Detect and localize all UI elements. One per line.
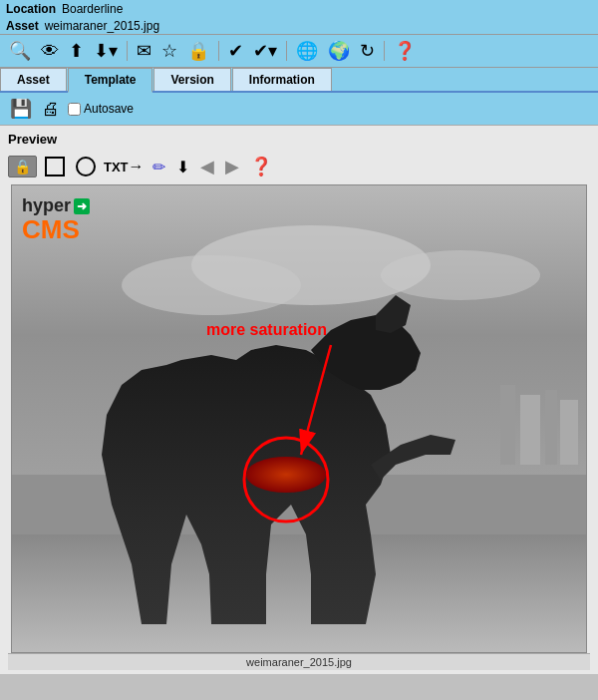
preview-toolbar: 🔒 TXT → ✏ ⬇ ◀ ▶ ❓ <box>8 151 590 184</box>
asset-label: Asset <box>6 19 39 33</box>
svg-point-10 <box>246 457 326 493</box>
nav-right-button[interactable]: ▶ <box>222 154 242 179</box>
dog-image-svg: more saturation <box>12 185 587 653</box>
location-row: Location Boarderline <box>0 0 598 18</box>
upload-icon[interactable]: ⬆ <box>66 38 87 64</box>
asset-value: weimaraner_2015.jpg <box>45 19 159 33</box>
svg-point-2 <box>122 255 301 315</box>
tabs-row: Asset Template Version Information <box>0 68 598 93</box>
svg-rect-9 <box>560 400 578 465</box>
globe-icon[interactable]: 🌐 <box>293 38 321 64</box>
square-shape-button[interactable] <box>42 155 68 178</box>
hyper-logo: hyper ➜ CMS <box>22 195 90 242</box>
zoom-icon[interactable]: 🔍 <box>6 38 34 64</box>
lock-shape-button[interactable]: 🔒 <box>8 156 37 177</box>
checkmark-down-icon[interactable]: ✔▾ <box>250 38 280 64</box>
txt-text: TXT <box>104 160 129 175</box>
tab-asset[interactable]: Asset <box>0 68 67 91</box>
svg-rect-6 <box>500 385 515 465</box>
email-icon[interactable]: ✉ <box>134 38 154 64</box>
tab-version[interactable]: Version <box>153 68 230 91</box>
autosave-label[interactable]: Autosave <box>68 102 134 116</box>
circle-shape-button[interactable] <box>73 155 99 178</box>
txt-arrow-icon: → <box>129 158 145 175</box>
image-caption: weimaraner_2015.jpg <box>8 653 590 670</box>
hyper-arrow-icon: ➜ <box>74 198 90 214</box>
autosave-text: Autosave <box>84 102 134 116</box>
help-toolbar-icon[interactable]: ❓ <box>391 38 419 64</box>
separator4 <box>384 41 385 61</box>
hyper-word: hyper <box>22 195 71 216</box>
circle-icon <box>76 157 96 176</box>
star-icon[interactable]: ☆ <box>158 38 180 64</box>
square-icon <box>45 157 65 176</box>
separator3 <box>286 41 287 61</box>
preview-help-button[interactable]: ❓ <box>247 154 275 179</box>
svg-point-3 <box>381 250 540 300</box>
save-button[interactable]: 💾 <box>8 97 34 121</box>
lock-icon[interactable]: 🔒 <box>184 38 212 64</box>
globe2-icon[interactable]: 🌍 <box>325 38 353 64</box>
location-value: Boarderline <box>62 2 123 16</box>
nav-left-button[interactable]: ◀ <box>197 154 217 179</box>
svg-rect-8 <box>545 390 557 465</box>
txt-label[interactable]: TXT → <box>104 158 145 175</box>
checkmark-icon[interactable]: ✔ <box>225 38 246 64</box>
annotation-text: more saturation <box>206 321 327 338</box>
separator1 <box>127 41 128 61</box>
asset-row: Asset weimaraner_2015.jpg <box>0 18 598 34</box>
top-bar: Location Boarderline Asset weimaraner_20… <box>0 0 598 35</box>
pencil-button[interactable]: ✏ <box>150 156 168 178</box>
save-bar: 💾 🖨 Autosave <box>0 93 598 126</box>
location-label: Location <box>6 2 56 16</box>
cms-text: CMS <box>22 216 90 242</box>
image-container: more saturation hyper ➜ CMS <box>11 184 587 653</box>
download-dropdown-icon[interactable]: ⬇▾ <box>91 38 121 64</box>
svg-rect-7 <box>520 395 540 465</box>
refresh-icon[interactable]: ↻ <box>357 38 378 64</box>
tab-template[interactable]: Template <box>68 68 153 93</box>
main-toolbar: 🔍 👁 ⬆ ⬇▾ ✉ ☆ 🔒 ✔ ✔▾ 🌐 🌍 ↻ ❓ <box>0 35 598 68</box>
hyper-text: hyper ➜ <box>22 195 90 216</box>
tab-information[interactable]: Information <box>232 68 332 91</box>
preview-label: Preview <box>8 132 590 147</box>
preview-download-button[interactable]: ⬇ <box>173 156 192 178</box>
print-button[interactable]: 🖨 <box>40 98 62 121</box>
preview-section: Preview 🔒 TXT → ✏ ⬇ ◀ ▶ ❓ <box>0 126 598 674</box>
svg-rect-5 <box>12 534 587 653</box>
autosave-checkbox[interactable] <box>68 103 81 116</box>
eye-icon[interactable]: 👁 <box>38 39 62 64</box>
separator2 <box>218 41 219 61</box>
